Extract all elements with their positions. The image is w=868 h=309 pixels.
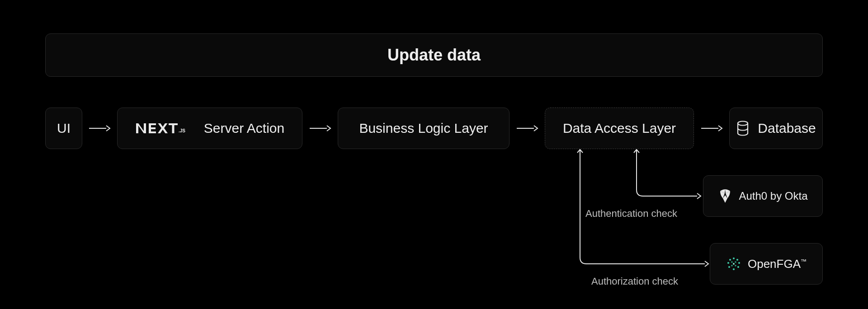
node-nextjs-label: Server Action [204, 121, 284, 136]
node-ui: UI [45, 108, 82, 149]
svg-point-4 [736, 259, 738, 261]
svg-point-14 [733, 263, 735, 265]
node-data-access-layer: Data Access Layer [545, 108, 694, 149]
svg-point-6 [738, 262, 740, 264]
node-openfga: OpenFGA™ [710, 243, 823, 285]
arrow-bll-to-dal [516, 123, 538, 133]
svg-point-13 [735, 265, 736, 266]
banner-title: Update data [387, 46, 481, 65]
auth0-shield-icon [718, 188, 732, 204]
svg-point-10 [731, 261, 732, 262]
node-nextjs-server-action: .JS Server Action [117, 108, 302, 149]
svg-point-12 [731, 265, 732, 266]
svg-text:.JS: .JS [179, 128, 185, 133]
arrow-ui-to-next [88, 123, 111, 133]
node-db-label: Database [758, 121, 816, 136]
node-ui-label: UI [57, 121, 71, 136]
banner-update-data: Update data [45, 33, 823, 77]
openfga-logo-icon [726, 256, 741, 272]
node-database: Database [729, 108, 823, 149]
svg-point-3 [729, 259, 731, 261]
node-bll-label: Business Logic Layer [359, 121, 488, 136]
node-auth0: Auth0 by Okta [703, 175, 823, 217]
svg-point-7 [728, 266, 730, 268]
nextjs-logo-icon: .JS [135, 122, 194, 135]
openfga-tm: ™ [801, 258, 807, 265]
openfga-text: OpenFGA [748, 257, 801, 271]
svg-point-5 [727, 262, 729, 264]
svg-point-11 [735, 261, 736, 262]
label-authorization-check: Authorization check [591, 276, 678, 287]
arrow-dal-to-openfga [548, 149, 711, 273]
database-icon [736, 121, 750, 136]
arrow-next-to-bll [309, 123, 331, 133]
svg-point-8 [737, 266, 739, 268]
svg-point-2 [733, 258, 735, 259]
architecture-diagram: Update data UI .JS Server Action [0, 0, 868, 309]
node-openfga-label: OpenFGA™ [748, 257, 807, 271]
svg-point-1 [738, 122, 748, 126]
arrow-dal-to-db [700, 123, 723, 133]
svg-point-9 [733, 268, 735, 270]
node-dal-label: Data Access Layer [563, 121, 676, 136]
node-business-logic-layer: Business Logic Layer [338, 108, 509, 149]
node-auth0-label: Auth0 by Okta [739, 190, 807, 202]
